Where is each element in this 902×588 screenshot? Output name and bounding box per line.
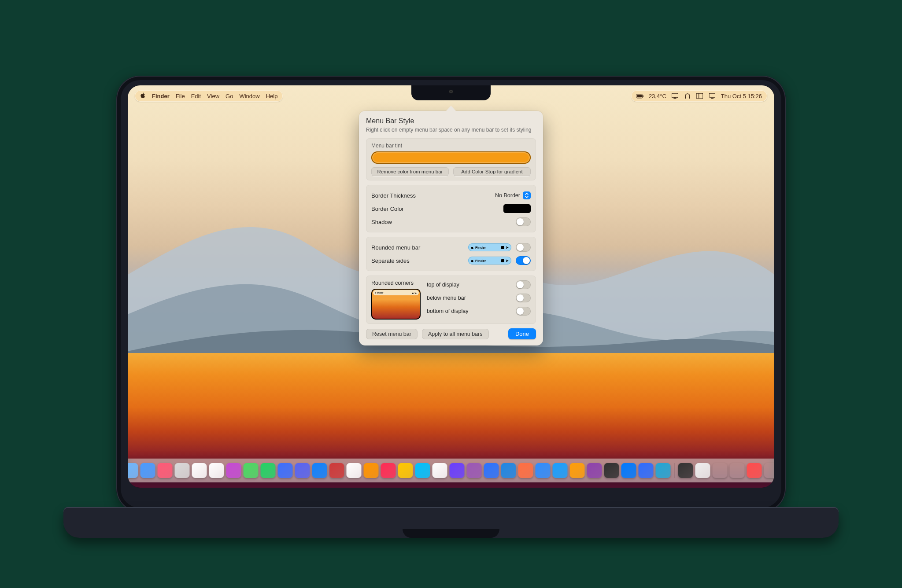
rounded-menubar-label: Rounded menu bar [371,244,420,251]
svg-rect-6 [696,93,703,99]
dock-app[interactable] [158,463,173,478]
apply-all-button[interactable]: Apply to all menu bars [422,329,489,339]
dock-app[interactable] [140,463,155,478]
dock-app[interactable] [501,463,516,478]
border-thickness-select[interactable]: No Border [495,191,531,199]
dock-app[interactable] [278,463,293,478]
dock-app[interactable] [415,463,430,478]
camera-dot [449,90,453,93]
battery-icon[interactable] [636,92,643,99]
rounded-menubar-toggle[interactable] [516,243,531,252]
dock-app[interactable] [381,463,396,478]
dock-app[interactable] [467,463,482,478]
screen: Finder File Edit View Go Window Help 23,… [128,85,774,488]
apple-menu-icon[interactable] [140,92,146,99]
dock-app[interactable] [730,463,745,478]
dock-app[interactable] [713,463,728,478]
tint-label: Menu bar tint [371,143,531,149]
svg-rect-1 [637,95,641,97]
dock-app[interactable] [364,463,379,478]
add-color-stop-button[interactable]: Add Color Stop for gradient [453,167,531,176]
dock-app[interactable] [518,463,533,478]
menubar-right-pill: 23,4°C Thu Oct 5 15:26 [631,90,767,102]
menubar-temperature[interactable]: 23,4°C [649,93,666,99]
dock-app[interactable] [450,463,465,478]
border-thickness-value: No Border [495,192,520,198]
popover-subtitle: Right click on empty menu bar space on a… [366,127,536,133]
dock-app[interactable] [604,463,619,478]
corner-bottom-label: bottom of display [427,308,469,314]
popover-title: Menu Bar Style [366,117,536,125]
menubar-item-view[interactable]: View [207,93,219,99]
svg-rect-5 [689,96,690,99]
shadow-toggle[interactable] [516,217,531,226]
menubar-app-name[interactable]: Finder [152,93,170,99]
menu-bar-style-popover: Menu Bar Style Right click on empty menu… [359,111,543,345]
dock-app[interactable] [128,463,138,478]
dock-app[interactable] [639,463,654,478]
menubar-item-file[interactable]: File [176,93,185,99]
dock-app[interactable] [347,463,362,478]
dock-app[interactable] [587,463,602,478]
dock-app[interactable] [553,463,568,478]
done-button[interactable]: Done [508,328,536,339]
remove-color-button[interactable]: Remove color from menu bar [371,167,449,176]
dock-app[interactable] [570,463,585,478]
section-corners: Rounded corners Finder■ ➤ top of display [366,276,536,324]
dock-app[interactable] [244,463,259,478]
menubar-item-go[interactable]: Go [226,93,233,99]
dock-app[interactable] [621,463,636,478]
dock-app[interactable] [398,463,413,478]
menubar-extra-icon[interactable] [709,92,716,99]
menubar-item-window[interactable]: Window [239,93,259,99]
dock-app[interactable] [329,463,344,478]
svg-rect-7 [699,93,699,99]
dock-app[interactable] [656,463,671,478]
border-color-swatch[interactable] [503,204,531,213]
laptop-hinge-notch [403,529,499,538]
tint-color-bar[interactable] [371,151,531,164]
dock [128,459,774,482]
screen-mirror-icon[interactable] [672,92,679,99]
separate-sides-toggle[interactable] [516,256,531,265]
stage-manager-icon[interactable] [696,92,703,99]
chevron-updown-icon [523,191,531,199]
dock-app[interactable] [484,463,499,478]
popover-arrow [446,106,456,111]
border-thickness-label: Border Thickness [371,192,416,199]
corner-top-toggle[interactable] [516,280,531,289]
svg-rect-9 [711,98,713,99]
dock-app[interactable] [747,463,762,478]
dock-app[interactable] [226,463,241,478]
separate-preview: Finder ➤ [468,257,511,265]
shadow-label: Shadow [371,219,392,225]
corner-below-label: below menu bar [427,295,466,301]
svg-rect-8 [709,93,715,97]
dock-app[interactable] [209,463,224,478]
rounded-corners-label: Rounded corners [371,280,421,286]
dock-app[interactable] [695,463,710,478]
dock-app[interactable] [261,463,276,478]
svg-rect-2 [643,95,643,97]
headphones-icon[interactable] [684,92,691,99]
section-rounded: Rounded menu bar Finder ➤ Separate sides [366,237,536,271]
corner-bottom-toggle[interactable] [516,307,531,316]
dock-app[interactable] [175,463,190,478]
dock-app[interactable] [295,463,310,478]
dock-app[interactable] [536,463,551,478]
dock-app[interactable] [192,463,207,478]
popover-footer: Reset menu bar Apply to all menu bars Do… [366,328,536,339]
border-color-label: Border Color [371,206,404,212]
menubar-datetime[interactable]: Thu Oct 5 15:26 [721,93,762,99]
dock-app[interactable] [433,463,447,478]
menubar-item-help[interactable]: Help [266,93,278,99]
dock-app[interactable] [678,463,693,478]
dock-app[interactable] [312,463,327,478]
display-notch [411,85,491,100]
menubar-item-edit[interactable]: Edit [191,93,201,99]
rounded-preview-single: Finder ➤ [468,243,511,251]
corner-below-toggle[interactable] [516,294,531,302]
dock-app[interactable] [764,463,775,478]
menubar-left-pill: Finder File Edit View Go Window Help [135,90,283,102]
reset-menu-bar-button[interactable]: Reset menu bar [366,329,418,339]
